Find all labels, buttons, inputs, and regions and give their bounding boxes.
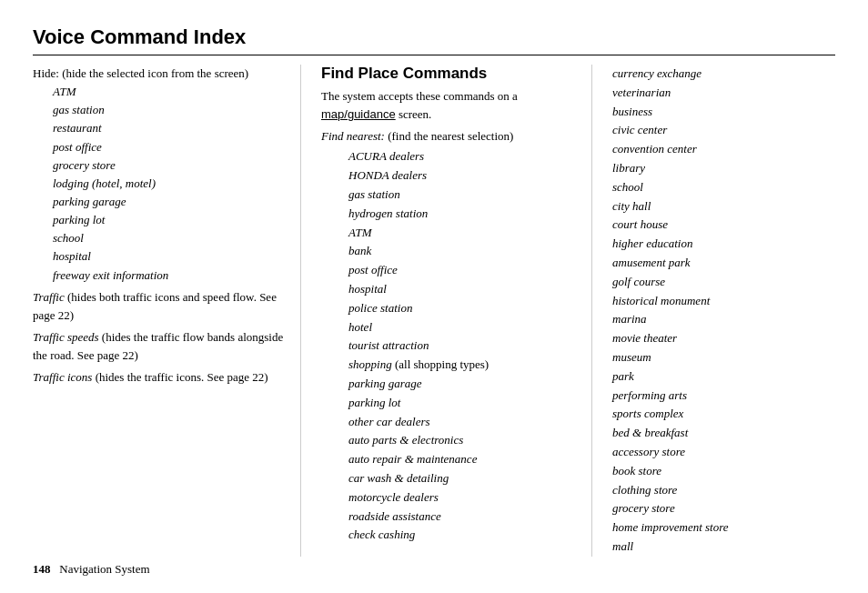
right-item: veterinarian [612, 84, 829, 103]
page: Voice Command Index Hide: (hide the sele… [0, 0, 868, 593]
find-place-intro: The system accepts these commands on a m… [321, 87, 582, 124]
left-column: Hide: (hide the selected icon from the s… [33, 65, 301, 557]
find-item: parking lot [348, 394, 582, 413]
hide-label: Hide: [33, 66, 59, 80]
find-nearest-label: Find nearest: (find the nearest selectio… [321, 127, 582, 146]
traffic-entries: Traffic (hides both traffic icons and sp… [33, 288, 284, 387]
find-item: hotel [348, 318, 582, 337]
find-item: hospital [348, 280, 582, 299]
right-item: accessory store [612, 443, 829, 462]
find-items-list: ACURA dealersHONDA dealersgas stationhyd… [321, 147, 582, 545]
traffic-label: Traffic speeds [33, 330, 99, 344]
find-item-note: (all shopping types) [392, 357, 490, 371]
traffic-text: (hides the traffic icons. See page 22) [92, 370, 267, 384]
right-item: marina [612, 310, 829, 329]
map-guidance-text: map/guidance [321, 107, 396, 121]
right-item: mall [612, 538, 829, 557]
right-item: museum [612, 348, 829, 367]
right-item: movie theater [612, 329, 829, 348]
find-item: check cashing [348, 526, 582, 545]
hide-item: freeway exit information [53, 266, 284, 285]
traffic-text: (hides both traffic icons and speed flow… [33, 290, 277, 322]
traffic-block: Traffic speeds (hides the traffic flow b… [33, 328, 284, 365]
right-item: amusement park [612, 254, 829, 273]
find-item: other car dealers [348, 413, 582, 432]
middle-column: Find Place Commands The system accepts t… [301, 65, 592, 557]
right-item: civic center [612, 121, 829, 140]
hide-item: gas station [53, 101, 284, 119]
find-nearest-italic: Find nearest: [321, 129, 385, 143]
find-item: tourist attraction [348, 337, 582, 356]
right-item: golf course [612, 273, 829, 292]
right-item: business [612, 103, 829, 122]
nav-system-label: Navigation System [54, 562, 150, 576]
hide-item: post office [53, 138, 284, 156]
find-item: shopping (all shopping types) [348, 356, 582, 375]
right-item: clothing store [612, 481, 829, 500]
hide-item: grocery store [53, 156, 284, 175]
content-area: Hide: (hide the selected icon from the s… [33, 65, 835, 557]
hide-item: ATM [53, 83, 284, 101]
hide-item: parking garage [53, 193, 284, 211]
right-item: grocery store [612, 499, 829, 518]
right-item: currency exchange [612, 65, 829, 84]
right-item: school [612, 178, 829, 197]
right-item: higher education [612, 235, 829, 254]
page-footer: 148 Navigation System [33, 562, 150, 577]
find-item: police station [348, 299, 582, 318]
right-items-list: currency exchangeveterinarianbusinessciv… [612, 65, 829, 557]
hide-items-list: ATMgas stationrestaurantpost officegroce… [33, 83, 284, 285]
find-item: post office [348, 261, 582, 280]
find-item: parking garage [348, 375, 582, 394]
find-item: car wash & detailing [348, 469, 582, 488]
find-item: motorcycle dealers [348, 488, 582, 508]
hide-item: school [53, 229, 284, 247]
find-item: ACURA dealers [348, 147, 582, 166]
right-item: library [612, 159, 829, 178]
right-item: performing arts [612, 387, 829, 406]
hide-section: Hide: (hide the selected icon from the s… [33, 65, 284, 387]
find-item: auto parts & electronics [348, 431, 582, 450]
right-item: book store [612, 462, 829, 481]
right-item: park [612, 367, 829, 387]
traffic-label: Traffic icons [33, 370, 92, 384]
traffic-label: Traffic [33, 290, 65, 304]
right-item: bed & breakfast [612, 424, 829, 443]
find-item: roadside assistance [348, 508, 582, 527]
intro-text2: screen. [399, 107, 431, 121]
right-item: historical monument [612, 292, 829, 311]
right-item: sports complex [612, 405, 829, 424]
find-item: auto repair & maintenance [348, 450, 582, 469]
hide-item: restaurant [53, 119, 284, 137]
hide-item: lodging (hotel, motel) [53, 175, 284, 193]
find-item: ATM [348, 224, 582, 243]
right-item: home improvement store [612, 518, 829, 538]
right-item: court house [612, 216, 829, 235]
find-place-title: Find Place Commands [321, 65, 582, 83]
hide-intro: Hide: (hide the selected icon from the s… [33, 65, 284, 83]
find-item: hydrogen station [348, 205, 582, 224]
right-item: city hall [612, 197, 829, 216]
intro-text1: The system accepts these commands on a [321, 89, 518, 103]
traffic-block: Traffic (hides both traffic icons and sp… [33, 288, 284, 325]
hide-item: hospital [53, 247, 284, 266]
page-number: 148 [33, 562, 51, 576]
find-nearest-note: (find the nearest selection) [388, 129, 513, 143]
find-item: HONDA dealers [348, 166, 582, 186]
right-item: convention center [612, 140, 829, 159]
find-item: bank [348, 242, 582, 261]
page-title: Voice Command Index [33, 25, 835, 55]
find-item: gas station [348, 186, 582, 205]
right-column: currency exchangeveterinarianbusinessciv… [592, 65, 829, 557]
hide-item: parking lot [53, 211, 284, 229]
traffic-block: Traffic icons (hides the traffic icons. … [33, 368, 284, 387]
